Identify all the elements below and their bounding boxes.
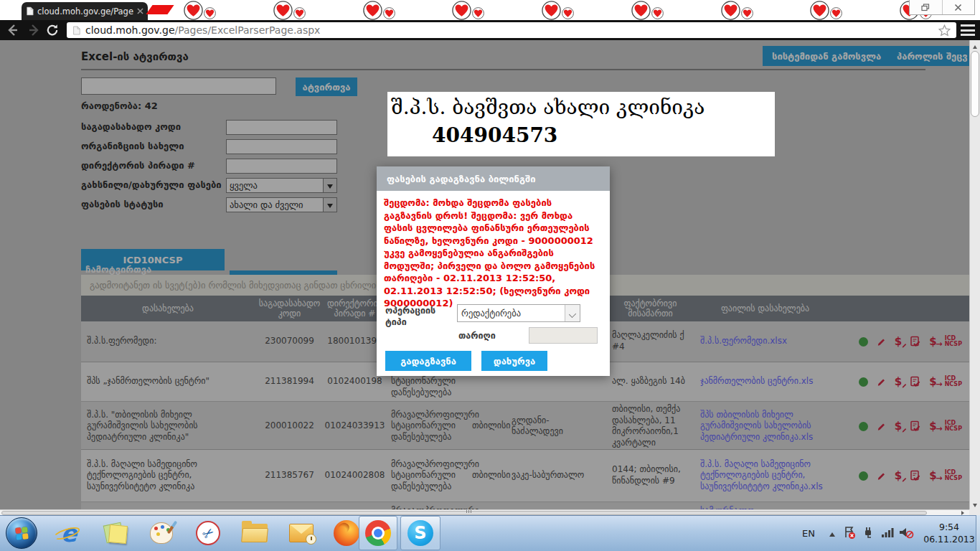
window-restore-button[interactable]: [910, 0, 942, 14]
windows-logo-icon: [15, 527, 29, 541]
page-favicon-icon: [26, 6, 34, 16]
network-signal-icon[interactable]: [881, 525, 894, 540]
desktop-screen: cloud.moh.gov.ge/Pages/: [0, 0, 980, 551]
chrome-menu-icon[interactable]: [961, 24, 975, 36]
close-button[interactable]: დახურვა: [481, 351, 547, 371]
clock-time: 9:54: [920, 521, 978, 533]
clock[interactable]: 9:54 06.11.2013: [920, 521, 978, 545]
forward-button-icon[interactable]: [27, 24, 41, 37]
scrollbar-corner: [969, 509, 980, 515]
power-plug-icon[interactable]: [862, 525, 875, 540]
date-label: თარიღი: [458, 330, 496, 341]
url-text: cloud.moh.gov.ge/Pages/ExcelParserPage.a…: [85, 24, 933, 36]
operation-type-select[interactable]: რედაქტირება: [457, 304, 580, 322]
internet-explorer-icon[interactable]: e: [55, 519, 83, 547]
horizontal-scrollbar[interactable]: [0, 509, 969, 515]
skype-icon: S: [407, 520, 433, 546]
tab-close-icon[interactable]: [137, 8, 143, 14]
send-button[interactable]: გადაგზავნა: [385, 351, 471, 371]
outlook-icon[interactable]: [288, 519, 315, 547]
heart-pair-icon: [363, 1, 397, 20]
new-tab-button[interactable]: [146, 5, 174, 14]
clinic-tooltip: შ.პ.ს. ბავშვთა ახალი კლინიკა 404904573: [387, 92, 775, 156]
back-button-icon[interactable]: [6, 24, 20, 37]
heart-pair-icon: [810, 1, 844, 20]
send-prices-dialog: ფასების გადაგზავნა ბილინგში შეცდომა: მოხ…: [377, 166, 610, 376]
browser-tab[interactable]: cloud.moh.gov.ge/Pages/: [22, 2, 148, 20]
date-input[interactable]: [529, 327, 598, 344]
heart-pair-icon: [184, 1, 218, 20]
hearts-theme-pattern: [184, 1, 934, 20]
heart-pair-icon: [721, 1, 755, 20]
sticky-notes-icon[interactable]: [102, 519, 129, 547]
start-button[interactable]: [6, 517, 37, 549]
volume-muted-icon[interactable]: [898, 525, 914, 540]
operation-type-label: ოპერაციის ტიპი: [385, 305, 450, 327]
vertical-scrollbar[interactable]: [969, 40, 980, 509]
snipping-tool-icon[interactable]: [194, 519, 222, 547]
scroll-grip-icon: [466, 510, 475, 513]
scroll-down-arrow-icon[interactable]: [970, 499, 980, 509]
page-icon: [72, 26, 80, 35]
scroll-up-arrow-icon[interactable]: [970, 40, 980, 50]
chevron-down-icon[interactable]: [565, 305, 580, 321]
chrome-taskbar-button[interactable]: [359, 516, 397, 550]
error-message: შეცდომა: მოხდა შეცდომა ფასების გაგზავნის…: [384, 197, 603, 310]
dialog-title[interactable]: ფასების გადაგზავნა ბილინგში: [377, 166, 610, 191]
bookmark-star-icon[interactable]: [938, 24, 951, 37]
show-desktop-button[interactable]: [976, 515, 980, 551]
paint-icon[interactable]: [148, 519, 175, 547]
firefox-icon[interactable]: [333, 519, 360, 547]
show-hidden-icons-arrow[interactable]: [829, 532, 835, 537]
tooltip-clinic-code: 404904573: [432, 123, 557, 147]
windows-explorer-icon[interactable]: [241, 519, 268, 547]
page-viewport: სისტემიდან გამოსვლა პაროლის შეცვ Excel-ი…: [0, 40, 969, 509]
tab-title: cloud.moh.gov.ge/Pages/: [37, 6, 133, 17]
heart-pair-icon: [452, 1, 486, 20]
address-bar[interactable]: cloud.moh.gov.ge/Pages/ExcelParserPage.a…: [67, 22, 956, 38]
heart-pair-icon: [273, 1, 308, 20]
skype-taskbar-button[interactable]: S: [400, 516, 440, 550]
browser-theme-strip: cloud.moh.gov.ge/Pages/: [0, 0, 980, 20]
vertical-scroll-thumb[interactable]: [971, 51, 979, 117]
heart-pair-icon: [542, 1, 576, 20]
tooltip-clinic-name: შ.პ.ს. ბავშვთა ახალი კლინიკა: [391, 95, 705, 119]
window-close-button[interactable]: [942, 0, 975, 14]
window-controls: [909, 0, 975, 15]
language-indicator[interactable]: EN: [802, 528, 815, 539]
action-center-flag-icon[interactable]: [843, 525, 856, 540]
chrome-icon: [365, 520, 391, 546]
reload-button-icon[interactable]: [46, 24, 60, 37]
clock-date: 06.11.2013: [920, 533, 978, 545]
heart-pair-icon: [631, 1, 666, 20]
